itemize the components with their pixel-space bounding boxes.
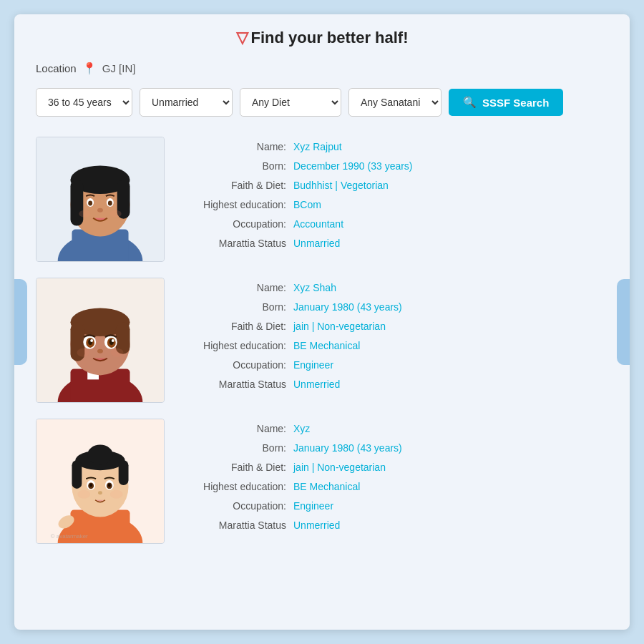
- name-value-3: Xyz: [293, 421, 310, 436]
- marital-filter[interactable]: Unmarried Married Widowed Divorced: [140, 88, 233, 117]
- diet-filter[interactable]: Any Diet Vegetarian Non-vegetarian Vegan: [240, 88, 341, 117]
- profile-card-3: © avatarmaker Name: Xyz Born: January 19…: [36, 419, 608, 544]
- search-button[interactable]: 🔍 SSSF Search: [449, 89, 563, 116]
- occ-value-3: Engineer: [293, 499, 333, 514]
- sanatani-filter[interactable]: Any Sanatani Hindu Jain Buddhist: [348, 88, 441, 117]
- name-value-1: Xyz Rajput: [293, 140, 342, 155]
- marattia-label-3: Marattia Status: [179, 518, 293, 533]
- born-row-2: Born: January 1980 (43 years): [179, 300, 608, 315]
- page-title: ▽Find your better half!: [236, 29, 409, 47]
- svg-point-14: [110, 210, 122, 218]
- svg-point-33: [77, 348, 89, 357]
- edu-row-1: Highest education: BCom: [179, 197, 608, 213]
- occ-label-2: Occupation:: [179, 358, 293, 373]
- avatar-2: [36, 278, 165, 403]
- svg-point-51: [77, 490, 90, 499]
- occ-row-1: Occupation: Accountant: [179, 217, 608, 232]
- occ-value-2: Engineer: [293, 358, 333, 373]
- marattia-row-1: Marattia Status Unmarried: [179, 236, 608, 251]
- edu-label-3: Highest education:: [179, 479, 293, 494]
- faith-row-3: Faith & Diet: jain | Non-vegetarian: [179, 460, 608, 475]
- edu-label-1: Highest education:: [179, 197, 293, 213]
- name-row-2: Name: Xyz Shah: [179, 280, 608, 296]
- marattia-label-2: Marattia Status: [179, 377, 293, 392]
- svg-point-30: [90, 339, 93, 342]
- main-container: ▽Find your better half! Location 📍 GJ [I…: [14, 14, 630, 630]
- faith-value-3: jain | Non-vegetarian: [293, 460, 386, 475]
- svg-point-49: [108, 483, 111, 487]
- marattia-row-2: Marattia Status Unmerried: [179, 377, 608, 392]
- edu-value-2: BE Mechanical: [293, 338, 360, 353]
- svg-point-48: [89, 483, 92, 487]
- occ-value-1: Accountant: [293, 217, 343, 232]
- svg-point-52: [110, 490, 123, 499]
- header: ▽Find your better half!: [36, 29, 608, 47]
- age-filter[interactable]: 36 to 45 years 18 to 25 years 26 to 35 y…: [36, 88, 132, 117]
- svg-rect-6: [70, 180, 83, 225]
- svg-point-11: [108, 200, 112, 205]
- edu-row-3: Highest education: BE Mechanical: [179, 479, 608, 494]
- born-label-1: Born:: [179, 159, 293, 174]
- marattia-value-2: Unmerried: [293, 377, 340, 392]
- svg-point-31: [112, 339, 114, 342]
- location-bar: Location 📍 GJ [IN]: [36, 62, 608, 75]
- svg-text:© avatarmaker: © avatarmaker: [51, 533, 88, 540]
- faith-row-2: Faith & Diet: jain | Non-vegetarian: [179, 319, 608, 334]
- name-label-3: Name:: [179, 421, 293, 436]
- name-label-1: Name:: [179, 140, 293, 155]
- location-label: Location: [36, 62, 77, 74]
- occ-label-3: Occupation:: [179, 499, 293, 514]
- occ-label-1: Occupation:: [179, 217, 293, 232]
- faith-label-2: Faith & Diet:: [179, 319, 293, 334]
- svg-point-10: [88, 200, 92, 205]
- profile-card-2: Name: Xyz Shah Born: January 1980 (43 ye…: [36, 278, 608, 403]
- svg-point-13: [79, 210, 90, 218]
- filter-bar: 36 to 45 years 18 to 25 years 26 to 35 y…: [36, 88, 608, 117]
- occ-row-2: Occupation: Engineer: [179, 358, 608, 373]
- svg-point-12: [97, 208, 103, 213]
- svg-point-50: [98, 491, 102, 494]
- svg-rect-42: [72, 460, 82, 489]
- born-value-2: January 1980 (43 years): [293, 300, 402, 315]
- profile-details-1: Name: Xyz Rajput Born: December 1990 (33…: [179, 137, 608, 255]
- location-pin-icon: 📍: [82, 62, 97, 75]
- profile-details-3: Name: Xyz Born: January 1980 (43 years) …: [179, 419, 608, 537]
- edu-label-2: Highest education:: [179, 338, 293, 353]
- heart-icon: ▽: [236, 29, 248, 47]
- born-row-3: Born: January 1980 (43 years): [179, 441, 608, 456]
- svg-point-34: [111, 348, 124, 357]
- edu-value-3: BE Mechanical: [293, 479, 360, 494]
- svg-point-41: [87, 445, 113, 465]
- side-wave-left: [14, 279, 27, 365]
- marattia-label-1: Marattia Status: [179, 236, 293, 251]
- name-row-1: Name: Xyz Rajput: [179, 140, 608, 155]
- name-value-2: Xyz Shah: [293, 280, 336, 296]
- profile-card-1: Name: Xyz Rajput Born: December 1990 (33…: [36, 137, 608, 262]
- faith-label-3: Faith & Diet:: [179, 460, 293, 475]
- avatar-1: [36, 137, 165, 262]
- search-icon: 🔍: [463, 96, 477, 109]
- faith-value-1: Budhhist | Vegetorian: [293, 178, 389, 193]
- avatar-3: © avatarmaker: [36, 419, 165, 544]
- search-button-label: SSSF Search: [482, 97, 549, 109]
- born-row-1: Born: December 1990 (33 years): [179, 159, 608, 174]
- side-wave-right: [617, 279, 630, 365]
- marattia-value-3: Unmerried: [293, 518, 340, 533]
- born-label-3: Born:: [179, 441, 293, 456]
- edu-value-1: BCom: [293, 197, 321, 213]
- name-row-3: Name: Xyz: [179, 421, 608, 436]
- svg-rect-43: [119, 460, 129, 485]
- born-value-3: January 1980 (43 years): [293, 441, 402, 456]
- occ-row-3: Occupation: Engineer: [179, 499, 608, 514]
- faith-value-2: jain | Non-vegetarian: [293, 319, 386, 334]
- svg-point-32: [97, 349, 103, 353]
- marattia-row-3: Marattia Status Unmerried: [179, 518, 608, 533]
- born-label-2: Born:: [179, 300, 293, 315]
- born-value-1: December 1990 (33 years): [293, 159, 413, 174]
- marattia-value-1: Unmarried: [293, 236, 340, 251]
- faith-label-1: Faith & Diet:: [179, 178, 293, 193]
- location-value: GJ [IN]: [102, 62, 136, 74]
- profile-details-2: Name: Xyz Shah Born: January 1980 (43 ye…: [179, 278, 608, 396]
- name-label-2: Name:: [179, 280, 293, 296]
- edu-row-2: Highest education: BE Mechanical: [179, 338, 608, 353]
